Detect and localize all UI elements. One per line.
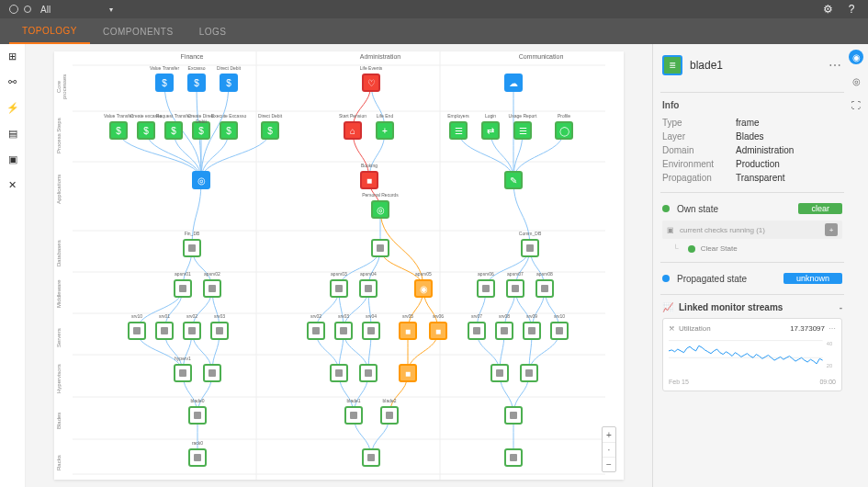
square-icon[interactable]: ▣ (6, 153, 19, 165)
topology-node[interactable]: ■ (360, 171, 378, 189)
topology-node[interactable] (330, 279, 348, 298)
settings-icon[interactable]: ⚙ (820, 2, 835, 17)
topology-node[interactable] (155, 322, 174, 340)
checks-row[interactable]: ▣ current checks running (1) + (662, 221, 842, 239)
topology-node[interactable] (359, 364, 378, 382)
topology-node[interactable] (359, 279, 378, 298)
topology-node[interactable]: ⇄ (481, 121, 500, 140)
topology-node[interactable]: ■ (399, 364, 417, 382)
chart-icon: 📈 (662, 302, 673, 312)
topology-node[interactable] (523, 322, 541, 340)
topology-node[interactable] (520, 364, 538, 382)
tab-components[interactable]: COMPONENTS (90, 18, 186, 44)
topology-canvas[interactable]: Finance Administration Communication $Va… (54, 51, 624, 480)
topology-node[interactable]: $ (187, 74, 206, 92)
topology-node[interactable]: $ (261, 121, 279, 140)
topology-node[interactable] (362, 448, 380, 467)
node-label: srv06 (420, 313, 457, 319)
topology-node[interactable] (210, 322, 229, 340)
details-toggle-icon[interactable]: ◉ (849, 50, 863, 64)
more-icon[interactable]: ⋯ (829, 58, 842, 73)
topology-node[interactable] (188, 448, 207, 467)
topology-node[interactable] (521, 239, 539, 257)
topology-node[interactable] (334, 322, 353, 340)
topology-node[interactable] (330, 364, 348, 382)
state-dot-icon (688, 245, 695, 253)
tab-logs[interactable]: LOGS (186, 18, 240, 44)
monitor-title: Linked monitor streams (679, 302, 783, 312)
topology-node[interactable] (490, 364, 509, 382)
topology-node[interactable] (550, 322, 569, 340)
row-label: Servers (56, 320, 62, 357)
monitor-chart-card[interactable]: ⤧ Utilization 17.373097 ⋯ 40 20 Feb 15 0… (662, 318, 842, 391)
topology-node[interactable] (504, 448, 523, 467)
node-label: Life End (366, 113, 403, 119)
app-logo-icon (9, 5, 18, 14)
grid-icon[interactable]: ⊞ (6, 50, 19, 62)
topology-node[interactable]: ☁ (504, 74, 523, 92)
topology-node[interactable]: ♡ (362, 74, 380, 92)
topology-node[interactable]: $ (220, 74, 238, 92)
expand-icon[interactable]: + (825, 223, 838, 236)
topology-node[interactable]: $ (164, 121, 183, 140)
zoom-slider[interactable]: · (603, 442, 615, 457)
clipboard-icon[interactable]: ▤ (6, 127, 19, 140)
topology-node[interactable]: $ (109, 121, 128, 140)
topology-node[interactable] (203, 279, 221, 298)
collapse-icon[interactable]: - (840, 302, 842, 312)
topology-node[interactable] (183, 239, 201, 257)
topology-node[interactable]: + (376, 121, 394, 140)
bolt-icon[interactable]: ⚡ (6, 101, 19, 114)
tab-topology[interactable]: TOPOLOGY (9, 18, 90, 44)
topology-node[interactable] (307, 322, 325, 340)
filter-dropdown[interactable]: All ▾ (24, 5, 113, 15)
topology-node[interactable] (183, 322, 201, 340)
topology-node[interactable] (468, 322, 486, 340)
topology-node[interactable] (188, 406, 207, 425)
topology-node[interactable] (380, 406, 399, 425)
node-label: apsrv05 (405, 271, 442, 277)
zoom-out-button[interactable]: − (603, 457, 615, 471)
row-label: Hypervisors (56, 360, 62, 397)
topology-node[interactable]: ☰ (513, 121, 532, 140)
zoom-in-button[interactable]: + (603, 427, 615, 442)
topology-node[interactable]: ✎ (504, 171, 523, 189)
topology-node[interactable]: ■ (429, 322, 447, 340)
topology-node[interactable]: $ (220, 121, 238, 140)
topology-node[interactable] (371, 239, 389, 257)
chart-more-icon[interactable]: ⋯ (829, 324, 836, 333)
topology-node[interactable]: ◎ (192, 171, 210, 189)
topology-node[interactable] (495, 322, 513, 340)
topology-node[interactable]: ◯ (555, 121, 573, 140)
node-label: apsrv08 (526, 271, 563, 277)
topology-node[interactable] (128, 322, 146, 340)
topology-node[interactable] (174, 364, 192, 382)
expand-view-icon[interactable]: ⛶ (849, 97, 863, 112)
topology-node[interactable] (203, 364, 221, 382)
topology-node[interactable]: ☰ (449, 121, 468, 140)
topology-node[interactable]: ◉ (414, 279, 433, 298)
topology-node[interactable] (174, 279, 192, 298)
topology-node[interactable] (506, 279, 524, 298)
topology-node[interactable] (362, 322, 380, 340)
topology-node[interactable] (535, 279, 554, 298)
topology-node[interactable]: $ (155, 74, 174, 92)
shuffle-icon[interactable]: ✕ (6, 178, 19, 191)
node-label: Login (472, 113, 509, 119)
link-icon[interactable]: ⚯ (6, 75, 19, 88)
topology-node[interactable] (477, 279, 495, 298)
topology-node[interactable]: ◎ (371, 200, 389, 219)
topology-node[interactable]: $ (192, 121, 210, 140)
target-icon[interactable]: ◎ (849, 74, 863, 88)
info-key: Type (662, 118, 736, 128)
help-icon[interactable]: ? (844, 2, 859, 17)
node-label: Direct Debit (252, 113, 288, 119)
topology-node[interactable] (504, 406, 523, 425)
info-key: Domain (662, 145, 736, 155)
topology-node[interactable]: ■ (399, 322, 417, 340)
prop-state-label: Propagated state (677, 274, 747, 284)
clear-state-row[interactable]: Clear State (662, 243, 842, 255)
topology-node[interactable]: $ (137, 121, 155, 140)
topology-node[interactable] (344, 406, 363, 425)
topology-node[interactable]: ⌂ (344, 121, 362, 140)
